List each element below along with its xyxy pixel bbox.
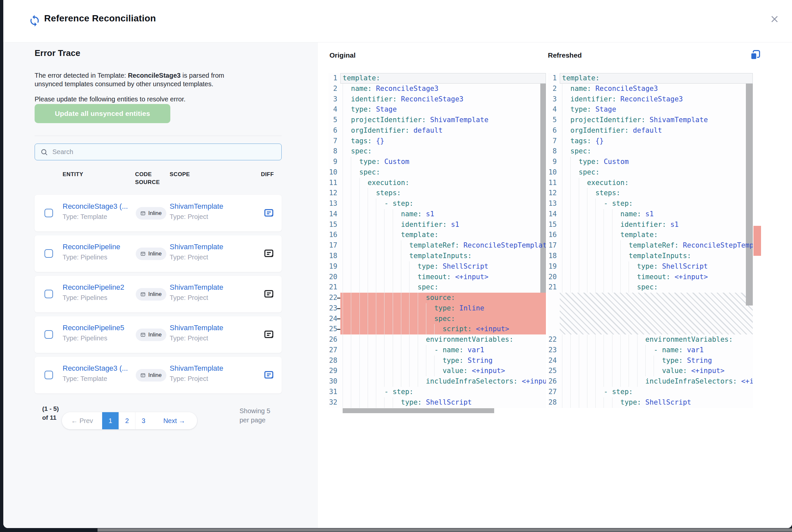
column-header-code-source: CODE SOURCE <box>135 171 162 186</box>
code-line: 17 templateRef: ReconcileStepTemplate <box>548 240 753 251</box>
code-line: 3 identifier: ReconcileStage3 <box>548 94 753 105</box>
code-line: 32 type: ShellScript <box>329 397 546 408</box>
prev-page-button[interactable]: ← Prev <box>62 412 102 429</box>
inline-icon <box>140 292 146 297</box>
code-line: 6 orgIdentifier: default <box>548 126 753 136</box>
code-line: 31 - step: <box>329 387 546 397</box>
code-line: 4 type: Stage <box>329 104 546 115</box>
code-line: 8 spec: <box>548 146 753 157</box>
template-name-bold: ReconcileStage3 <box>128 72 181 79</box>
scope-cell: ShivamTemplate Type: Project <box>170 283 245 302</box>
code-line: 8 spec: <box>329 146 546 157</box>
column-header-scope: SCOPE <box>170 171 190 178</box>
copy-button[interactable] <box>749 49 762 62</box>
code-line: 14 name: s1 <box>329 209 546 220</box>
original-panel-title: Original <box>329 51 355 59</box>
row-checkbox[interactable] <box>44 249 53 258</box>
error-instruction: Please update the following entities to … <box>35 95 265 103</box>
diff-icon-button[interactable] <box>263 248 275 260</box>
entity-row[interactable]: ReconcilePipeline5 Type: Pipelines Inlin… <box>35 316 282 353</box>
entity-row[interactable]: ReconcileStage3 (... Type: Template Inli… <box>35 357 282 394</box>
code-line: 13 - step: <box>329 198 546 209</box>
code-line: 4 type: Stage <box>548 104 753 115</box>
code-line: 30 includeInfraSelectors: <+input> <box>329 376 546 387</box>
scope-link[interactable]: ShivamTemplate <box>170 324 245 332</box>
code-source-label: Inline <box>148 331 162 338</box>
scope-link[interactable]: ShivamTemplate <box>170 364 245 373</box>
row-checkbox[interactable] <box>44 371 53 379</box>
code-source-label: Inline <box>148 250 162 257</box>
search-input[interactable] <box>52 148 281 156</box>
row-checkbox[interactable] <box>44 330 53 339</box>
entity-link[interactable]: ReconcileStage3 (... <box>62 364 133 373</box>
code-line: 10 spec: <box>329 167 546 178</box>
code-line: 13 - step: <box>548 198 753 209</box>
update-all-unsynced-entities-button[interactable]: Update all unsynced entities <box>35 104 170 123</box>
code-source-badge: Inline <box>136 328 166 341</box>
entity-link[interactable]: ReconcilePipeline <box>62 243 133 251</box>
code-line: 7 tags: {} <box>329 136 546 147</box>
inline-icon <box>140 251 146 256</box>
code-line: 19 type: ShellScript <box>548 261 753 272</box>
entity-row[interactable]: ReconcilePipeline2 Type: Pipelines Inlin… <box>35 276 282 312</box>
page-button-3[interactable]: 3 <box>135 412 151 429</box>
entity-link[interactable]: ReconcilePipeline2 <box>62 283 133 292</box>
code-line: 20 timeout: <+input> <box>329 272 546 283</box>
scope-cell: ShivamTemplate Type: Project <box>170 364 245 382</box>
diff-icon-button[interactable] <box>263 288 275 300</box>
code-line: 25 script: <+input> <box>329 324 546 335</box>
code-line: 28 type: ShellScript <box>548 397 753 408</box>
entity-cell: ReconcilePipeline5 Type: Pipelines <box>62 324 133 342</box>
error-trace-heading: Error Trace <box>35 48 80 58</box>
code-line: 27 - step: <box>548 387 753 397</box>
code-line: 7 tags: {} <box>548 136 753 147</box>
pagination-range: (1 - 5) of 11 <box>42 404 61 422</box>
close-button[interactable] <box>768 13 781 26</box>
diff-icon-button[interactable] <box>263 329 275 341</box>
code-line: 2 name: ReconcileStage3 <box>329 83 546 94</box>
entity-cell: ReconcilePipeline Type: Pipelines <box>62 243 133 261</box>
entity-link[interactable]: ReconcileStage3 (... <box>62 202 133 211</box>
diff-icon-button[interactable] <box>263 369 275 381</box>
code-line: 22 source: <box>329 293 546 303</box>
browser-horizontal-scrollbar[interactable] <box>97 528 792 532</box>
close-icon <box>769 14 780 25</box>
scope-link[interactable]: ShivamTemplate <box>170 243 245 251</box>
entity-row[interactable]: ReconcileStage3 (... Type: Template Inli… <box>35 195 282 231</box>
inline-icon <box>140 211 146 216</box>
original-code-editor[interactable]: 1template:2 name: ReconcileStage33 ident… <box>329 73 546 408</box>
divider <box>35 136 282 136</box>
row-checkbox[interactable] <box>44 209 53 217</box>
code-line: 5 projectIdentifier: ShivamTemplate <box>548 115 753 126</box>
diff-icon-button[interactable] <box>263 207 275 219</box>
entity-row[interactable]: ReconcilePipeline Type: Pipelines Inline… <box>35 235 282 272</box>
reference-reconciliation-dialog: Reference Reconciliation Error Trace The… <box>3 0 792 528</box>
diff-note-icon <box>263 248 275 260</box>
code-line: 23 type: Inline <box>329 303 546 314</box>
search-box <box>35 144 282 160</box>
code-line: 27 - name: var1 <box>329 345 546 356</box>
page-button-2[interactable]: 2 <box>118 412 135 429</box>
code-line: 6 orgIdentifier: default <box>329 126 546 136</box>
entity-type: Type: Pipelines <box>62 335 133 342</box>
scope-link[interactable]: ShivamTemplate <box>170 202 245 211</box>
original-horizontal-scrollbar[interactable] <box>343 408 494 413</box>
diff-note-icon <box>263 207 275 219</box>
entity-type: Type: Pipelines <box>62 253 133 261</box>
refreshed-code-editor[interactable]: 1template:2 name: ReconcileStage33 ident… <box>548 73 753 408</box>
inline-icon <box>140 332 146 338</box>
column-header-entity: ENTITY <box>62 171 84 178</box>
next-page-button[interactable]: Next → <box>151 412 197 429</box>
entity-link[interactable]: ReconcilePipeline5 <box>62 324 133 332</box>
code-source-label: Inline <box>148 291 162 298</box>
scope-type: Type: Project <box>170 253 245 261</box>
code-line: 28 type: String <box>329 356 546 366</box>
diff-note-icon <box>263 288 275 300</box>
code-line: 12 steps: <box>548 188 753 198</box>
code-line: 24 spec: <box>329 314 546 324</box>
scope-link[interactable]: ShivamTemplate <box>170 283 245 292</box>
page-button-1[interactable]: 1 <box>102 412 118 429</box>
row-checkbox[interactable] <box>44 290 53 298</box>
code-line: 29 value: <+input> <box>329 366 546 376</box>
code-line: 26 environmentVariables: <box>329 335 546 345</box>
